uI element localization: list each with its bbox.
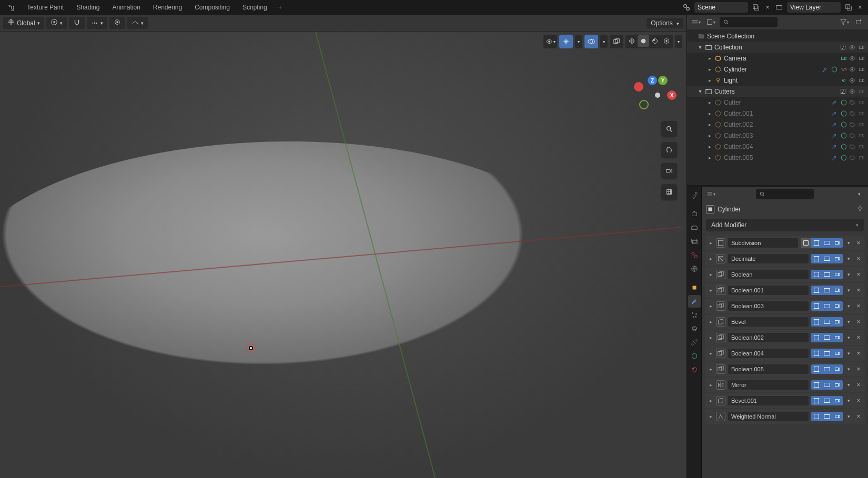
delete-scene-button[interactable]: × <box>762 2 773 13</box>
disable-render-toggle[interactable] <box>857 109 866 118</box>
expand-toggle[interactable]: ▸ <box>706 67 713 72</box>
properties-search-input[interactable] <box>765 190 811 198</box>
modifier-delete-button[interactable]: × <box>854 302 863 310</box>
modifier-row[interactable]: ▸ Boolean.003 ▾ × <box>705 299 865 313</box>
modifier-row[interactable]: ▸ Subdivision ▾ × <box>705 236 865 250</box>
modifier-row[interactable]: ▸ Boolean ▾ × <box>705 267 865 282</box>
add-modifier-button[interactable]: Add Modifier <box>706 219 864 231</box>
prop-tab-tool[interactable] <box>688 189 701 201</box>
show-editmode-toggle[interactable] <box>811 317 822 327</box>
workspace-tab-texture-paint[interactable]: Texture Paint <box>21 2 70 13</box>
show-render-toggle[interactable] <box>832 349 843 358</box>
browse-scene-icon[interactable] <box>681 2 692 13</box>
show-viewport-toggle[interactable] <box>822 333 832 342</box>
modifier-delete-button[interactable]: × <box>854 334 863 341</box>
workspace-tab-compositing[interactable]: Compositing <box>188 2 236 13</box>
prop-tab-constraints[interactable] <box>688 336 701 349</box>
outliner-view-dropdown[interactable]: ▾ <box>705 16 716 28</box>
prop-tab-world[interactable] <box>688 262 701 275</box>
disable-render-toggle[interactable] <box>857 87 866 96</box>
show-viewport-toggle[interactable] <box>822 254 832 263</box>
prop-tab-material[interactable] <box>688 363 701 376</box>
collection-row-cutters[interactable]: ▼ Cutters ☑ <box>687 86 868 97</box>
modifier-delete-button[interactable]: × <box>854 350 863 357</box>
gizmo-axis-x[interactable]: X <box>667 90 677 100</box>
show-editmode-toggle[interactable] <box>811 301 822 311</box>
prop-tab-particles[interactable] <box>688 309 701 321</box>
disable-render-toggle[interactable] <box>857 76 866 85</box>
view-layer-input[interactable] <box>790 4 837 11</box>
modifier-delete-button[interactable]: × <box>854 397 863 404</box>
view-layer-field[interactable] <box>787 2 841 13</box>
modifier-name-field[interactable]: Boolean.004 <box>728 349 809 358</box>
modifier-menu-button[interactable]: ▾ <box>844 335 853 340</box>
nav-gizmo[interactable]: Z Y X <box>639 77 676 114</box>
show-editmode-toggle[interactable] <box>811 380 822 390</box>
show-render-toggle[interactable] <box>832 238 843 248</box>
modifier-delete-button[interactable]: × <box>854 318 863 326</box>
outliner-item-cutter[interactable]: ▸ Cutter.001 <box>687 108 868 119</box>
hide-viewport-toggle[interactable] <box>848 54 856 63</box>
workspace-tab-rendering[interactable]: Rendering <box>147 2 188 13</box>
scene-name-input[interactable] <box>698 4 745 11</box>
expand-toggle[interactable]: ▸ <box>706 56 713 61</box>
disable-render-toggle[interactable] <box>857 120 866 129</box>
collection-row[interactable]: ▼ Collection ☑ <box>687 42 868 53</box>
delete-viewlayer-button[interactable]: × <box>854 2 866 13</box>
hide-viewport-toggle[interactable] <box>848 98 856 107</box>
3d-viewport[interactable]: ▾ ▾ ▾ ▾ Z Y X <box>0 32 687 478</box>
modifier-delete-button[interactable]: × <box>854 365 863 373</box>
disable-render-toggle[interactable] <box>857 65 866 74</box>
expand-toggle[interactable]: ▸ <box>706 100 713 105</box>
snap-element-dropdown[interactable]: ▾ <box>87 17 107 29</box>
shading-rendered[interactable] <box>661 35 672 47</box>
modifier-menu-button[interactable]: ▾ <box>844 319 853 324</box>
prop-tab-modifiers[interactable] <box>688 295 701 308</box>
modifier-delete-button[interactable]: × <box>854 271 863 278</box>
modifier-name-field[interactable]: Boolean.001 <box>728 286 809 295</box>
show-render-toggle[interactable] <box>832 412 843 421</box>
modifier-row[interactable]: ▸ Weighted Normal ▾ × <box>705 409 865 424</box>
expand-toggle[interactable]: ▸ <box>707 319 714 324</box>
modifier-menu-button[interactable]: ▾ <box>844 367 853 372</box>
selectability-dropdown[interactable]: ▾ <box>543 35 557 48</box>
expand-toggle[interactable]: ▸ <box>706 133 713 138</box>
zoom-button[interactable] <box>661 121 677 137</box>
show-editmode-toggle[interactable] <box>811 270 822 279</box>
expand-toggle[interactable]: ▸ <box>707 367 714 372</box>
prop-tab-render[interactable] <box>688 208 701 220</box>
modifier-name-field[interactable]: Boolean <box>728 270 809 279</box>
modifier-row[interactable]: ▸ Boolean.005 ▾ × <box>705 362 865 377</box>
viewport-options-dropdown[interactable]: Options ▾ <box>647 18 683 28</box>
modifier-name-field[interactable]: Boolean.002 <box>728 333 809 342</box>
expand-toggle[interactable]: ▸ <box>707 398 714 403</box>
expand-toggle[interactable]: ▼ <box>697 45 704 50</box>
show-viewport-toggle[interactable] <box>822 317 832 327</box>
outliner-item-cutter[interactable]: ▸ Cutter.004 <box>687 141 868 152</box>
hide-viewport-toggle[interactable] <box>848 143 856 151</box>
modifier-name-field[interactable]: Bevel <box>728 317 809 327</box>
scene-name-field[interactable] <box>694 2 748 13</box>
modifier-menu-button[interactable]: ▾ <box>844 256 853 261</box>
outliner-search[interactable] <box>720 17 778 27</box>
disable-render-toggle[interactable] <box>857 54 866 63</box>
modifier-menu-button[interactable]: ▾ <box>844 272 853 277</box>
show-render-toggle[interactable] <box>832 396 843 405</box>
new-viewlayer-button[interactable] <box>843 2 854 13</box>
hide-viewport-toggle[interactable] <box>848 109 856 118</box>
modifier-row[interactable]: ▸ Boolean.004 ▾ × <box>705 346 865 361</box>
show-viewport-toggle[interactable] <box>822 301 832 311</box>
disable-render-toggle[interactable] <box>857 143 866 151</box>
new-scene-button[interactable] <box>750 2 762 13</box>
hide-viewport-toggle[interactable] <box>848 65 856 74</box>
modifier-name-field[interactable]: Subdivision <box>728 238 798 248</box>
gizmo-axis-y[interactable]: Y <box>658 76 668 85</box>
shading-wireframe[interactable] <box>626 35 638 47</box>
show-viewport-toggle[interactable] <box>822 238 832 248</box>
modifier-name-field[interactable]: Weighted Normal <box>728 412 809 421</box>
scene-collection-row[interactable]: Scene Collection <box>687 30 868 42</box>
expand-toggle[interactable]: ▸ <box>706 155 713 160</box>
expand-toggle[interactable]: ▸ <box>707 240 714 246</box>
modifier-menu-button[interactable]: ▾ <box>844 414 853 419</box>
camera-view-button[interactable] <box>661 163 677 179</box>
